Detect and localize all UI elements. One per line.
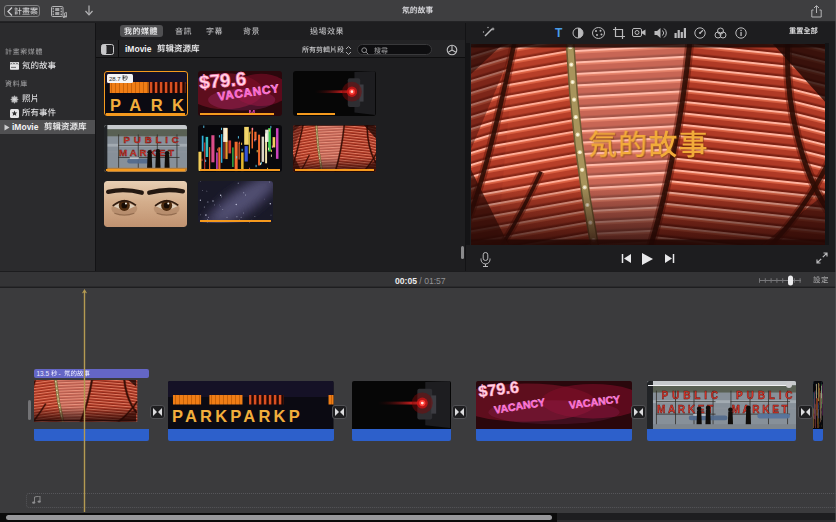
- svg-text:PUBLIC: PUBLIC: [661, 390, 722, 401]
- svg-text:PUBLIC: PUBLIC: [124, 134, 183, 145]
- svg-text:PARKPARKP: PARKPARKP: [172, 407, 303, 425]
- svg-text:PUBLIC: PUBLIC: [735, 390, 795, 401]
- svg-text:MARKET: MARKET: [731, 404, 790, 415]
